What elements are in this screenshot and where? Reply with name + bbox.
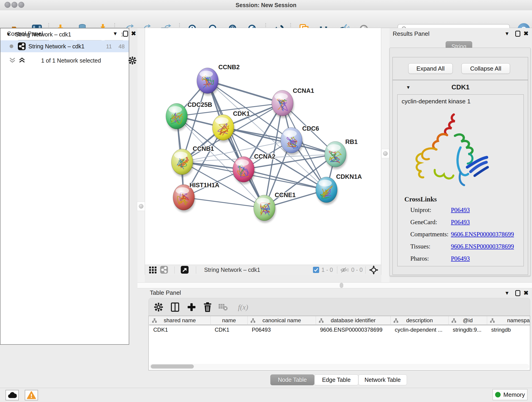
crosslink-label: Compartments: (410, 231, 448, 238)
crosslink-label: Tissues: (410, 243, 431, 250)
network-tree: ▼ String Network – cdk1 1 String Network… (0, 28, 129, 345)
expand-all-button[interactable]: Expand All (408, 63, 453, 74)
results-panel-collapse-icon[interactable]: ▼ (505, 31, 510, 37)
node-ccnb2[interactable] (197, 68, 219, 96)
table-cell[interactable]: 9606.ENSP00000378699 (316, 326, 391, 334)
crosslink-row: Tissues:9606.ENSP00000378699 (398, 243, 524, 255)
table-toolbar: f(x) (148, 298, 530, 316)
table-cell[interactable]: stringdb (487, 326, 530, 334)
crosslink-row: GeneCard:P06493 (398, 219, 524, 231)
table-options-button[interactable] (153, 301, 164, 313)
node-ccna2[interactable] (233, 157, 255, 184)
node-table[interactable]: shared namenamecanonical namedatabase id… (148, 316, 530, 370)
results-panel-title: Results Panel (393, 30, 429, 37)
table-cell[interactable]: cyclin-dependent ... (391, 326, 449, 334)
table-cell[interactable]: CDK1 (149, 326, 210, 334)
column-header-canonical-name[interactable]: canonical name (248, 316, 316, 325)
delete-column-button[interactable] (202, 301, 213, 313)
memory-button[interactable]: Memory (493, 389, 527, 400)
tab-edge-table[interactable]: Edge Table (314, 375, 358, 385)
node-hist1h1a[interactable] (173, 185, 195, 212)
crosslink-value-link[interactable]: 9606.ENSP00000378699 (451, 243, 514, 250)
memory-status-icon (495, 392, 500, 397)
table-panel-float-icon[interactable] (515, 290, 520, 296)
column-header-label: database identifier (331, 317, 375, 324)
crosslink-value-link[interactable]: P06493 (451, 255, 470, 262)
fit-content-crosshair-icon[interactable] (369, 265, 378, 274)
node-label-rb1: RB1 (345, 138, 358, 145)
column-header-name[interactable]: name (210, 316, 248, 325)
node-ccnb1[interactable] (171, 149, 194, 177)
column-header-label: description (406, 317, 433, 324)
crosslink-label: Uniprot: (410, 206, 431, 214)
node-label-ccne1: CCNE1 (275, 191, 296, 198)
protein-name: CDK1 (393, 83, 528, 91)
warning-status-button[interactable] (25, 390, 38, 400)
show-columns-button[interactable] (169, 301, 181, 313)
results-panel-close-icon[interactable]: ✖ (524, 31, 529, 36)
table-cell[interactable]: P06493 (248, 326, 316, 334)
network-graph[interactable]: CCNB2CCNA1CDC25BCDK1CDC6RB1CCNB1CCNA2CDK… (145, 28, 381, 264)
network-view-title: String Network – cdk1 (204, 267, 260, 273)
window-titlebar: Session: New Session (0, 0, 532, 10)
column-header-shared-name[interactable]: shared name (149, 316, 210, 325)
horizontal-splitter-handle[interactable] (340, 283, 343, 288)
selected-nodes-checkbox-icon[interactable] (313, 267, 319, 273)
protein-result-box: ▼ CDK1 cyclin-dependent kinase 1 (393, 80, 528, 275)
network-collection-label: String Network – cdk1 (15, 31, 71, 38)
network-view-share-icon[interactable] (160, 266, 168, 274)
crosslink-row: Pharos:P06493 (398, 255, 524, 267)
node-rb1[interactable] (325, 141, 347, 169)
right-splitter-handle[interactable] (381, 149, 389, 158)
network-view-toolbar: String Network – cdk1 1 - 0 0 - 0 (145, 265, 381, 275)
open-view-icon[interactable] (181, 266, 189, 274)
horizontal-splitter[interactable] (138, 282, 532, 288)
right-splitter[interactable] (381, 28, 389, 282)
table-cell[interactable]: stringdb:9... (449, 326, 487, 334)
crosslinks-list: Uniprot:P06493GeneCard:P06493Compartment… (398, 206, 524, 267)
network-edges[interactable] (177, 81, 336, 208)
cloud-status-button[interactable] (6, 390, 19, 400)
network-options-gear-icon[interactable] (128, 56, 137, 65)
left-splitter[interactable] (138, 28, 145, 282)
column-header-database-identifier[interactable]: database identifier (316, 316, 391, 325)
table-cell[interactable]: CDK1 (210, 326, 248, 334)
left-splitter-handle[interactable] (137, 202, 145, 211)
grid-view-icon[interactable] (149, 267, 157, 274)
string-results-container: Expand All Collapse All ▼ CDK1 cyclin-de… (389, 48, 531, 276)
tab-network-table[interactable]: Network Table (358, 375, 407, 385)
crosslink-value-link[interactable]: P06493 (451, 219, 470, 226)
table-panel-close-icon[interactable]: ✖ (524, 290, 529, 296)
warning-icon (27, 391, 36, 399)
table-horizontal-scrollbar[interactable] (149, 364, 529, 369)
node-ccna1[interactable] (272, 90, 294, 118)
selected-count: 1 - 0 (322, 267, 333, 273)
table-panel-collapse-icon[interactable]: ▼ (505, 290, 510, 296)
collapse-all-button[interactable]: Collapse All (462, 63, 510, 74)
node-cdkn1a[interactable] (316, 177, 338, 205)
crosslinks-title: CrossLinks (404, 196, 437, 203)
results-panel-float-icon[interactable] (515, 31, 520, 37)
column-network-icon (319, 318, 324, 323)
tree-expander-icon[interactable]: ▼ (6, 32, 11, 37)
function-builder-button[interactable]: f(x) (234, 301, 252, 313)
node-cdk1[interactable] (212, 115, 234, 142)
node-cdc25b[interactable] (166, 103, 188, 131)
column-header-namespace[interactable]: namespace (487, 316, 530, 325)
node-ccne1[interactable] (254, 195, 276, 223)
network-collection-row[interactable]: ▼ String Network – cdk1 1 (0, 28, 129, 40)
delete-table-button[interactable] (217, 301, 229, 313)
control-panel-close-icon[interactable]: ✖ (131, 31, 136, 36)
create-column-button[interactable] (186, 301, 197, 313)
crosslink-value-link[interactable]: 9606.ENSP00000378699 (451, 231, 514, 238)
splitter-dot-icon (383, 151, 388, 156)
table-scrollbar-thumb[interactable] (151, 364, 194, 369)
crosslink-value-link[interactable]: P06493 (451, 206, 470, 214)
fx-icon: f(x) (238, 303, 248, 312)
column-header-description[interactable]: description (391, 316, 449, 325)
network-canvas[interactable]: CCNB2CCNA1CDC25BCDK1CDC6RB1CCNB1CCNA2CDK… (145, 28, 381, 265)
network-row-selected[interactable]: String Network – cdk1 11 48 (0, 40, 129, 52)
tab-node-table[interactable]: Node Table (270, 375, 314, 385)
column-network-icon (152, 318, 157, 323)
column-header--id[interactable]: @id (449, 316, 487, 325)
